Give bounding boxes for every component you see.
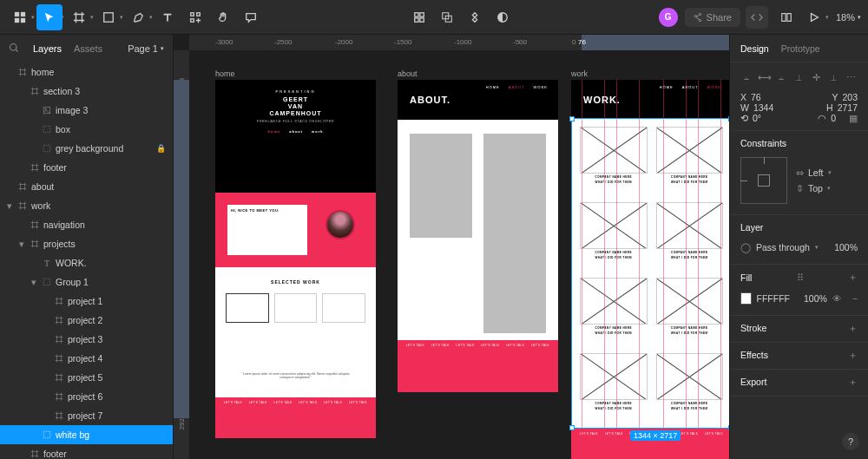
svg-rect-11	[420, 17, 424, 21]
layer-row[interactable]: project 1	[0, 292, 173, 311]
present-button[interactable]	[801, 4, 827, 30]
fill-title: Fill	[740, 272, 752, 283]
layer-row[interactable]: project 4	[0, 349, 173, 368]
frame-label-home[interactable]: home	[215, 69, 235, 78]
add-fill-button[interactable]: ＋	[848, 272, 858, 284]
frame-about[interactable]: HOMEABOUTWORK ABOUT. LET'S TALKLET'S TAL…	[398, 80, 558, 392]
remove-fill-button[interactable]: −	[852, 293, 858, 304]
tab-layers[interactable]: Layers	[33, 43, 62, 54]
blend-mode-icon: ◯	[740, 242, 751, 252]
radius-input[interactable]: 0	[831, 113, 836, 123]
constraint-v-select[interactable]: ⇕Top▾	[796, 183, 832, 193]
pos-x-input[interactable]: 76	[751, 92, 761, 102]
constraint-h-select[interactable]: ⇔Left▾	[796, 167, 832, 178]
layer-row[interactable]: project 7	[0, 406, 173, 425]
tab-prototype[interactable]: Prototype	[781, 43, 820, 54]
add-effect-button[interactable]: ＋	[848, 350, 858, 362]
canvas[interactable]: -3000-2500-2000-1500-1000-50005001000761…	[174, 35, 729, 459]
add-export-button[interactable]: ＋	[848, 377, 858, 389]
layer-row[interactable]: ▾projects	[0, 234, 173, 253]
frame-label-work[interactable]: work	[571, 69, 588, 78]
layer-row[interactable]: footer	[0, 444, 173, 459]
layer-row[interactable]: home	[0, 62, 173, 82]
dark-mode-button[interactable]	[490, 4, 516, 30]
tab-assets[interactable]: Assets	[74, 43, 102, 54]
svg-rect-8	[415, 12, 418, 16]
svg-rect-1	[21, 11, 25, 16]
boolean-tool-button[interactable]	[462, 4, 488, 30]
search-icon[interactable]	[9, 43, 21, 55]
page-selector[interactable]: Page 1▾	[128, 43, 164, 54]
layer-row[interactable]: white bg	[0, 425, 173, 444]
shape-tool-button[interactable]	[95, 4, 122, 30]
frame-home[interactable]: PRESENTING GEERT VAN CAMPENHOUT FREELANC…	[215, 80, 376, 438]
pos-y-input[interactable]: 203	[842, 92, 858, 102]
stroke-title: Stroke	[740, 323, 766, 335]
fill-hex-input[interactable]: FFFFFF	[757, 293, 790, 304]
move-tool-button[interactable]	[36, 4, 62, 30]
component-tool-button[interactable]	[406, 4, 432, 30]
tab-design[interactable]: Design	[740, 43, 769, 54]
align-tools[interactable]: ⫠⟷⫠ ⟂✛⟂ ⋯	[740, 69, 858, 85]
layers-list: homesection 3image 3boxgrey background🔒f…	[0, 62, 173, 459]
mini-nav: home about work	[215, 130, 376, 134]
resources-button[interactable]	[182, 4, 208, 30]
hero: PRESENTING GEERT VAN CAMPENHOUT FREELANC…	[215, 80, 376, 134]
align-bottom-icon: ⟂	[826, 69, 840, 85]
more-align-icon: ⋯	[844, 69, 858, 85]
height-input[interactable]: 2717	[838, 102, 858, 113]
layer-row[interactable]: image 3	[0, 101, 173, 120]
visibility-icon[interactable]: 👁	[832, 293, 842, 304]
svg-rect-4	[104, 12, 114, 22]
svg-rect-10	[415, 17, 418, 21]
canvas-stage[interactable]: home PRESENTING GEERT VAN CAMPENHOUT FRE…	[189, 50, 729, 459]
comment-tool-button[interactable]	[238, 4, 264, 30]
share-button[interactable]: Share	[685, 8, 740, 27]
layer-row[interactable]: ▾work	[0, 196, 173, 215]
mask-tool-button[interactable]	[434, 4, 460, 30]
constraints-widget[interactable]	[740, 157, 787, 204]
radius-icon: ◠	[818, 113, 826, 123]
align-vcenter-icon: ✛	[809, 69, 823, 85]
main-menu-button[interactable]	[7, 4, 33, 30]
layer-row[interactable]: project 3	[0, 330, 173, 349]
help-button[interactable]: ?	[842, 433, 859, 450]
hand-tool-button[interactable]	[210, 4, 236, 30]
layer-row[interactable]: grey background🔒	[0, 139, 173, 158]
svg-rect-2	[15, 17, 19, 22]
layer-row[interactable]: TWORK.	[0, 253, 173, 272]
selection-outline	[571, 118, 729, 429]
fill-opacity-input[interactable]: 100%	[804, 293, 827, 304]
svg-rect-6	[197, 12, 201, 16]
width-input[interactable]: 1344	[753, 102, 773, 113]
layer-row[interactable]: project 5	[0, 368, 173, 387]
dev-mode-button[interactable]	[746, 6, 768, 29]
layer-opacity-input[interactable]: 100%	[834, 242, 858, 252]
layer-row[interactable]: about	[0, 177, 173, 196]
layer-row[interactable]: footer	[0, 158, 173, 177]
pen-tool-button[interactable]	[125, 4, 151, 30]
fill-swatch[interactable]	[740, 292, 752, 305]
layer-row[interactable]: navigation	[0, 215, 173, 234]
rotate-icon: ⟲	[740, 113, 748, 123]
add-stroke-button[interactable]: ＋	[848, 323, 858, 335]
layer-row[interactable]: ▾Group 1	[0, 272, 173, 292]
frame-tool-button[interactable]	[66, 4, 92, 30]
layer-row[interactable]: box	[0, 120, 173, 139]
independent-corners-icon[interactable]: ▦	[849, 113, 858, 123]
frame-label-about[interactable]: about	[398, 69, 418, 78]
library-button[interactable]	[773, 4, 799, 30]
layer-row[interactable]: project 2	[0, 311, 173, 330]
fill-styles-icon[interactable]: ⠿	[797, 272, 804, 283]
svg-rect-18	[43, 126, 50, 133]
text-tool-button[interactable]	[155, 4, 181, 30]
layer-row[interactable]: section 3	[0, 82, 173, 101]
layer-row[interactable]: project 6	[0, 387, 173, 406]
zoom-level[interactable]: 18%▾	[836, 12, 861, 23]
blend-mode-select[interactable]: Pass through	[756, 242, 810, 252]
vertical-ruler: 20350010001500200025002920	[174, 50, 189, 459]
user-avatar[interactable]: G	[659, 8, 678, 27]
align-left-icon: ⫠	[740, 69, 754, 85]
align-hcenter-icon: ⟷	[758, 69, 772, 85]
rotation-input[interactable]: 0°	[753, 113, 761, 123]
